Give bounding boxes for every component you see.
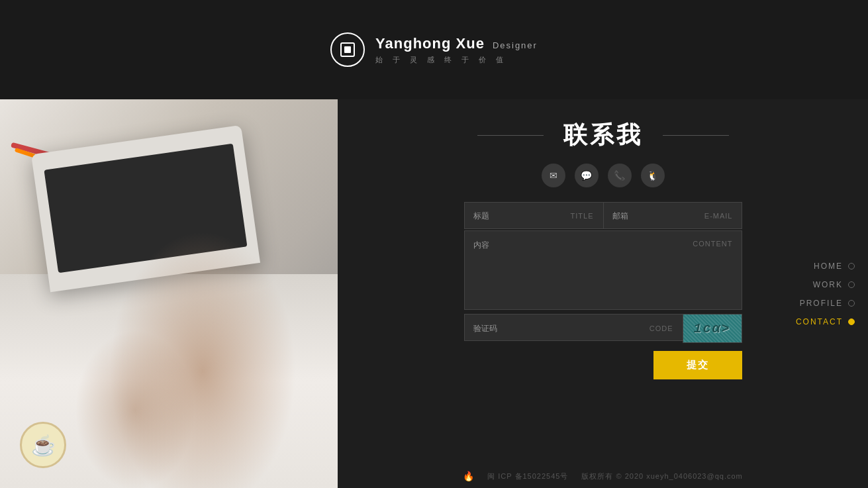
logo-subtitle: Designer xyxy=(493,40,538,50)
email-field: 邮箱 E-MAIL xyxy=(603,202,742,229)
nav-item-home[interactable]: HOME xyxy=(814,262,855,271)
qq-button[interactable]: 🐧 xyxy=(641,164,665,187)
social-icons: ✉ 💬 📞 🐧 xyxy=(542,164,665,187)
captcha-image[interactable]: 1cα> xyxy=(683,314,742,343)
footer: 🔥 闽 ICP 备15022545号 版权所有 © 2020 xueyh_040… xyxy=(338,471,868,481)
logo-text: Yanghong Xue Designer 始 于 灵 感 终 于 价 值 xyxy=(375,35,538,65)
nav-item-work[interactable]: WORK xyxy=(813,280,855,289)
captcha-input[interactable] xyxy=(464,314,683,341)
fire-icon: 🔥 xyxy=(463,471,474,481)
contact-form: 标题 TITLE 邮箱 E-MAIL 内容 CONTENT 验证码 xyxy=(464,202,742,379)
photo-background: ☕ xyxy=(0,99,338,488)
title-line-right xyxy=(663,135,729,136)
coffee-cup: ☕ xyxy=(20,422,66,468)
nav-item-contact[interactable]: CONTACT xyxy=(796,317,855,326)
phone-button[interactable]: 📞 xyxy=(608,164,632,187)
title-input[interactable] xyxy=(464,202,603,229)
wechat-icon: 💬 xyxy=(581,170,592,181)
right-panel: 联系我 ✉ 💬 📞 🐧 标题 xyxy=(338,99,868,488)
email-button[interactable]: ✉ xyxy=(542,164,565,187)
submit-button[interactable]: 提交 xyxy=(653,351,742,379)
qq-icon: 🐧 xyxy=(647,170,658,181)
left-photo-panel: ☕ xyxy=(0,99,338,488)
nav-label-work: WORK xyxy=(813,280,843,289)
nav-label-contact: CONTACT xyxy=(796,317,843,326)
page-title: 联系我 xyxy=(563,119,643,152)
logo-name: Yanghong Xue xyxy=(375,35,485,52)
captcha-input-wrapper: 验证码 CODE xyxy=(464,314,683,343)
submit-row: 提交 xyxy=(464,351,742,379)
nav-label-profile: PROFILE xyxy=(800,299,843,308)
main-content: ☕ 联系我 ✉ 💬 📞 🐧 xyxy=(0,99,868,488)
logo-icon xyxy=(330,32,365,67)
coffee-icon: ☕ xyxy=(31,434,56,457)
content-wrapper: 内容 CONTENT xyxy=(464,230,742,313)
nav-sidebar: HOME WORK PROFILE CONTACT xyxy=(796,262,855,326)
logo-area: Yanghong Xue Designer 始 于 灵 感 终 于 价 值 xyxy=(330,32,538,67)
wechat-button[interactable]: 💬 xyxy=(575,164,599,187)
header: Yanghong Xue Designer 始 于 灵 感 终 于 价 值 xyxy=(0,0,868,99)
page-title-area: 联系我 xyxy=(477,119,729,152)
nav-dot-home xyxy=(848,263,855,269)
form-row-title-email: 标题 TITLE 邮箱 E-MAIL xyxy=(464,202,742,229)
nav-label-home: HOME xyxy=(814,262,843,271)
captcha-text: 1cα> xyxy=(693,321,730,336)
email-input[interactable] xyxy=(603,202,742,229)
logo-tagline: 始 于 灵 感 终 于 价 值 xyxy=(375,55,538,65)
title-field: 标题 TITLE xyxy=(464,202,603,229)
footer-copyright: 版权所有 © 2020 xueyh_0406023@qq.com xyxy=(581,471,742,481)
footer-icp: 闽 ICP 备15022545号 xyxy=(487,471,568,481)
title-line-left xyxy=(477,135,544,136)
nav-dot-profile xyxy=(848,300,855,307)
svg-rect-1 xyxy=(344,46,351,53)
nav-dot-contact xyxy=(848,318,855,325)
phone-icon: 📞 xyxy=(614,170,625,181)
captcha-row: 验证码 CODE 1cα> xyxy=(464,314,742,343)
email-icon: ✉ xyxy=(550,170,557,181)
content-textarea[interactable] xyxy=(464,230,742,310)
nav-item-profile[interactable]: PROFILE xyxy=(800,299,855,308)
nav-dot-work xyxy=(848,281,855,288)
